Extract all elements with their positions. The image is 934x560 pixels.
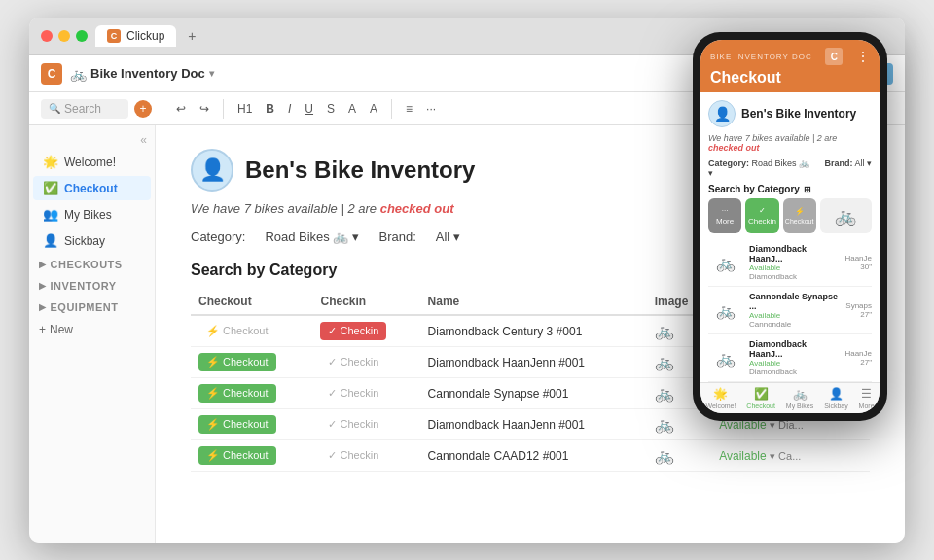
sidebar-item-sickbay[interactable]: 👤 Sickbay: [33, 228, 151, 253]
phone-bike-detail1: HaanJe: [844, 349, 872, 358]
phone-bike-detail2: 27": [844, 358, 872, 367]
checkin-button[interactable]: ✓ Checkin: [320, 353, 386, 371]
sidebar-item-checkout[interactable]: ✅ Checkout: [33, 176, 151, 200]
sidebar-item-welcome[interactable]: 🌟 Welcome!: [33, 150, 151, 174]
checkin-button[interactable]: ✓ Checkin: [320, 322, 386, 340]
phone-nav-mybikes[interactable]: 🚲 My Bikes: [786, 387, 813, 409]
phone-more-button[interactable]: ⋮: [856, 49, 870, 64]
minimize-button[interactable]: [58, 30, 70, 42]
checkin-button[interactable]: ✓ Checkin: [320, 446, 386, 465]
arrow-icon: ▶: [39, 302, 47, 312]
phone-user-name: Ben's Bike Inventory: [741, 107, 856, 121]
phone-bike-image: 🚲: [708, 298, 743, 322]
add-button[interactable]: +: [134, 100, 152, 118]
sidebar-section-equipment[interactable]: ▶ EQUIPMENT: [29, 297, 155, 318]
table-row: ⚡ Checkout ✓ Checkin Cannondale CAAD12 #…: [191, 440, 870, 472]
sidebar-section-checkouts[interactable]: ▶ CHECKOUTS: [29, 254, 155, 275]
phone-avatar: 👤: [708, 100, 736, 127]
sidebar-section-inventory[interactable]: ▶ INVENTORY: [29, 275, 155, 297]
sidebar-collapse-button[interactable]: «: [29, 131, 155, 149]
checkout-button[interactable]: ⚡ Checkout: [198, 415, 276, 434]
checkout-button[interactable]: ⚡ Checkout: [198, 384, 276, 402]
highlight-button[interactable]: A: [366, 100, 381, 118]
phone-checked-out: checked out: [708, 143, 760, 153]
person-icon: 👤: [43, 233, 58, 248]
bold-button[interactable]: B: [262, 100, 278, 118]
phone-content: 👤 Ben's Bike Inventory We have 7 bikes a…: [700, 92, 880, 382]
phone-bike-row[interactable]: 🚲 Cannondale Synapse ... Available Canno…: [708, 287, 872, 334]
underline-button[interactable]: U: [301, 100, 317, 118]
sidebar-item-mybikes[interactable]: 👥 My Bikes: [33, 202, 151, 227]
phone-nav-icon: 🚲: [793, 387, 808, 401]
phone-cat-bike-image: 🚲: [820, 198, 872, 233]
app-logo: C: [41, 63, 62, 85]
col-header-name: Name: [420, 289, 647, 315]
phone-bike-detail: HaanJe 30": [844, 254, 872, 271]
redo-button[interactable]: ↪: [196, 100, 213, 118]
undo-button[interactable]: ↩: [172, 100, 190, 118]
phone-filters: Category: Road Bikes 🚲 ▾ Brand: All ▾: [708, 158, 872, 178]
heading-button[interactable]: H1: [234, 100, 256, 118]
phone-header: BIKE INVENTORY DOC C ⋮ Checkout: [700, 40, 880, 92]
browser-tab-clickup[interactable]: C Clickup: [95, 25, 176, 47]
chevron-down-icon: ▾: [209, 68, 214, 79]
category-label: Category:: [191, 229, 245, 244]
phone-bike-status: Available: [749, 311, 840, 320]
phone-bike-detail: Synaps 27": [845, 301, 872, 319]
brand-label: Brand:: [378, 229, 415, 244]
strikethrough-button[interactable]: S: [323, 100, 339, 118]
checkout-button[interactable]: ⚡ Checkout: [198, 446, 276, 465]
category-value: Road Bikes 🚲: [265, 229, 348, 244]
sidebar-section-label: EQUIPMENT: [51, 301, 119, 313]
phone-nav-welcome[interactable]: 🌟 Welcome!: [705, 387, 736, 409]
bike-name: Diamondback HaanJenn #001: [420, 409, 647, 440]
star-icon: 🌟: [43, 155, 58, 169]
checkout-button[interactable]: ⚡ Checkout: [198, 322, 276, 340]
align-button[interactable]: ≡: [402, 100, 416, 118]
phone-section-title: Search by Category ⊞: [708, 184, 872, 194]
italic-button[interactable]: I: [284, 100, 295, 118]
phone-bike-detail1: HaanJe: [844, 254, 872, 262]
col-header-checkout: Checkout: [191, 289, 312, 315]
category-dropdown[interactable]: Road Bikes 🚲 ▾: [265, 229, 359, 244]
phone-bike-detail: HaanJe 27": [844, 349, 872, 367]
phone-bike-status: Available: [749, 263, 839, 272]
more-button[interactable]: ···: [422, 100, 440, 118]
phone-nav-more[interactable]: ☰ More: [859, 387, 875, 409]
phone-bike-info: Cannondale Synapse ... Available Cannond…: [749, 292, 840, 329]
phone-bike-row[interactable]: 🚲 Diamondback HaanJ... Available Diamond…: [708, 334, 872, 382]
phone-bike-info: Diamondback HaanJ... Available Diamondba…: [749, 244, 839, 281]
checkin-button[interactable]: ✓ Checkin: [320, 384, 386, 402]
phone-bike-info: Diamondback HaanJ... Available Diamondba…: [749, 339, 839, 376]
phone-nav-sickbay[interactable]: 👤 Sickbay: [824, 387, 848, 409]
maximize-button[interactable]: [76, 30, 88, 42]
phone-page-title: Checkout: [710, 69, 870, 87]
phone-bike-row[interactable]: 🚲 Diamondback HaanJ... Available Diamond…: [708, 239, 872, 287]
checkout-button[interactable]: ⚡ Checkout: [198, 353, 276, 371]
phone-nav-label: Welcome!: [705, 402, 736, 409]
phone-nav-checkout[interactable]: ✅ Checkout: [746, 387, 775, 409]
phone-category-icons: ··· More ✓ Checkin ⚡ Checkout 🚲: [708, 198, 872, 233]
phone-cat-checkin[interactable]: ✓ Checkin: [745, 198, 778, 233]
bike-name: Cannondale Synapse #001: [420, 378, 647, 409]
phone-cat-checkout[interactable]: ⚡ Checkout: [783, 198, 816, 233]
search-bar[interactable]: 🔍 Search: [41, 99, 128, 119]
people-icon: 👥: [43, 207, 58, 222]
bike-name: Diamondback Century 3 #001: [420, 315, 647, 347]
arrow-icon: ▶: [39, 260, 47, 269]
checkin-button[interactable]: ✓ Checkin: [320, 415, 386, 434]
traffic-lights: [41, 30, 88, 42]
sidebar-new-button[interactable]: + New: [29, 318, 155, 341]
close-button[interactable]: [41, 30, 53, 42]
bike-name: Diamondback HaanJenn #001: [420, 347, 647, 378]
text-color-button[interactable]: A: [344, 100, 360, 118]
avatar-icon: 👤: [199, 158, 226, 183]
check-icon: ✅: [43, 181, 58, 195]
phone-cat-more[interactable]: ··· More: [708, 198, 741, 233]
brand-dropdown[interactable]: All ▾: [436, 229, 460, 244]
phone-logo: C: [825, 48, 843, 65]
grid-icon: ⊞: [804, 185, 811, 194]
plus-icon: +: [39, 323, 46, 336]
phone-bottom-nav: 🌟 Welcome! ✅ Checkout 🚲 My Bikes 👤 Sickb…: [700, 382, 880, 413]
new-tab-button[interactable]: +: [188, 28, 196, 44]
